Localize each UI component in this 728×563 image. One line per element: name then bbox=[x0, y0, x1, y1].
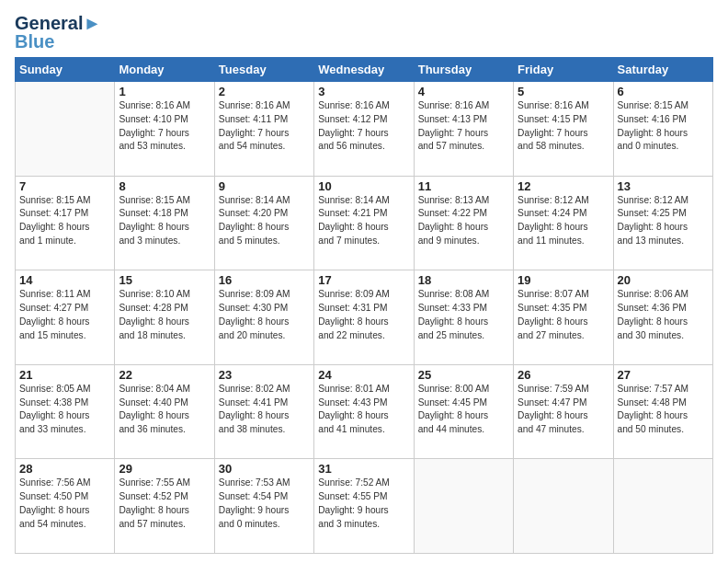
day-number: 7 bbox=[19, 179, 110, 193]
day-info: Sunrise: 8:00 AMSunset: 4:45 PMDaylight:… bbox=[418, 383, 509, 437]
calendar-cell: 18Sunrise: 8:08 AMSunset: 4:33 PMDayligh… bbox=[414, 270, 513, 365]
day-info: Sunrise: 8:15 AMSunset: 4:18 PMDaylight:… bbox=[119, 194, 210, 248]
day-info: Sunrise: 7:52 AMSunset: 4:55 PMDaylight:… bbox=[318, 477, 409, 531]
day-number: 8 bbox=[119, 179, 210, 193]
day-info: Sunrise: 8:10 AMSunset: 4:28 PMDaylight:… bbox=[119, 288, 210, 342]
calendar-cell: 24Sunrise: 8:01 AMSunset: 4:43 PMDayligh… bbox=[314, 364, 414, 459]
header: General► Blue bbox=[15, 9, 713, 52]
day-info: Sunrise: 8:09 AMSunset: 4:30 PMDaylight:… bbox=[219, 288, 310, 342]
week-row-2: 14Sunrise: 8:11 AMSunset: 4:27 PMDayligh… bbox=[16, 270, 713, 365]
day-number: 13 bbox=[618, 179, 709, 193]
day-number: 18 bbox=[418, 273, 509, 287]
day-header-monday: Monday bbox=[115, 58, 214, 82]
calendar-cell: 15Sunrise: 8:10 AMSunset: 4:28 PMDayligh… bbox=[115, 270, 214, 365]
day-number: 11 bbox=[418, 179, 509, 193]
calendar-cell: 1Sunrise: 8:16 AMSunset: 4:10 PMDaylight… bbox=[115, 82, 214, 177]
day-info: Sunrise: 8:16 AMSunset: 4:11 PMDaylight:… bbox=[219, 99, 310, 154]
day-header-saturday: Saturday bbox=[613, 58, 712, 82]
calendar-cell: 12Sunrise: 8:12 AMSunset: 4:24 PMDayligh… bbox=[514, 176, 613, 270]
week-row-4: 28Sunrise: 7:56 AMSunset: 4:50 PMDayligh… bbox=[16, 459, 713, 554]
day-number: 1 bbox=[119, 85, 210, 98]
day-number: 9 bbox=[219, 179, 310, 193]
calendar-cell bbox=[514, 459, 613, 554]
calendar-cell: 6Sunrise: 8:15 AMSunset: 4:16 PMDaylight… bbox=[613, 82, 712, 177]
day-info: Sunrise: 8:07 AMSunset: 4:35 PMDaylight:… bbox=[518, 288, 609, 342]
calendar-cell: 28Sunrise: 7:56 AMSunset: 4:50 PMDayligh… bbox=[16, 459, 115, 554]
day-number: 25 bbox=[418, 368, 509, 382]
day-info: Sunrise: 8:08 AMSunset: 4:33 PMDaylight:… bbox=[418, 288, 509, 342]
day-number: 10 bbox=[318, 179, 409, 193]
calendar-cell: 14Sunrise: 8:11 AMSunset: 4:27 PMDayligh… bbox=[16, 270, 115, 365]
day-number: 5 bbox=[518, 85, 609, 98]
day-number: 4 bbox=[418, 85, 509, 98]
week-row-3: 21Sunrise: 8:05 AMSunset: 4:38 PMDayligh… bbox=[16, 364, 713, 459]
day-info: Sunrise: 7:57 AMSunset: 4:48 PMDaylight:… bbox=[618, 383, 709, 437]
logo-text2: Blue bbox=[15, 31, 101, 52]
calendar-cell: 8Sunrise: 8:15 AMSunset: 4:18 PMDaylight… bbox=[115, 176, 214, 270]
day-number: 17 bbox=[318, 273, 409, 287]
calendar-cell: 20Sunrise: 8:06 AMSunset: 4:36 PMDayligh… bbox=[613, 270, 712, 365]
calendar-cell bbox=[613, 459, 712, 554]
day-info: Sunrise: 8:16 AMSunset: 4:15 PMDaylight:… bbox=[518, 99, 609, 154]
logo: General► Blue bbox=[15, 13, 101, 52]
day-info: Sunrise: 8:15 AMSunset: 4:16 PMDaylight:… bbox=[618, 99, 709, 154]
calendar-cell: 16Sunrise: 8:09 AMSunset: 4:30 PMDayligh… bbox=[214, 270, 313, 365]
day-info: Sunrise: 8:16 AMSunset: 4:10 PMDaylight:… bbox=[119, 99, 210, 154]
day-info: Sunrise: 7:53 AMSunset: 4:54 PMDaylight:… bbox=[219, 477, 310, 531]
day-info: Sunrise: 8:02 AMSunset: 4:41 PMDaylight:… bbox=[219, 383, 310, 437]
calendar-cell: 7Sunrise: 8:15 AMSunset: 4:17 PMDaylight… bbox=[16, 176, 115, 270]
calendar-cell: 10Sunrise: 8:14 AMSunset: 4:21 PMDayligh… bbox=[314, 176, 414, 270]
day-header-friday: Friday bbox=[514, 58, 613, 82]
calendar-cell: 17Sunrise: 8:09 AMSunset: 4:31 PMDayligh… bbox=[314, 270, 414, 365]
day-info: Sunrise: 8:13 AMSunset: 4:22 PMDaylight:… bbox=[418, 194, 509, 248]
day-number: 27 bbox=[618, 368, 709, 382]
calendar-cell: 29Sunrise: 7:55 AMSunset: 4:52 PMDayligh… bbox=[115, 459, 214, 554]
calendar-table: SundayMondayTuesdayWednesdayThursdayFrid… bbox=[15, 57, 713, 554]
day-number: 6 bbox=[618, 85, 709, 98]
day-info: Sunrise: 8:12 AMSunset: 4:25 PMDaylight:… bbox=[618, 194, 709, 248]
calendar-cell: 2Sunrise: 8:16 AMSunset: 4:11 PMDaylight… bbox=[214, 82, 313, 177]
calendar-cell bbox=[16, 82, 115, 177]
calendar-cell: 22Sunrise: 8:04 AMSunset: 4:40 PMDayligh… bbox=[115, 364, 214, 459]
day-info: Sunrise: 8:06 AMSunset: 4:36 PMDaylight:… bbox=[618, 288, 709, 342]
day-info: Sunrise: 8:11 AMSunset: 4:27 PMDaylight:… bbox=[19, 288, 110, 342]
day-number: 29 bbox=[119, 462, 210, 476]
day-number: 20 bbox=[618, 273, 709, 287]
day-header-tuesday: Tuesday bbox=[214, 58, 313, 82]
calendar-cell: 13Sunrise: 8:12 AMSunset: 4:25 PMDayligh… bbox=[613, 176, 712, 270]
calendar-cell: 3Sunrise: 8:16 AMSunset: 4:12 PMDaylight… bbox=[314, 82, 414, 177]
day-info: Sunrise: 8:16 AMSunset: 4:13 PMDaylight:… bbox=[418, 99, 509, 154]
calendar-cell: 30Sunrise: 7:53 AMSunset: 4:54 PMDayligh… bbox=[214, 459, 313, 554]
day-number: 16 bbox=[219, 273, 310, 287]
day-info: Sunrise: 8:05 AMSunset: 4:38 PMDaylight:… bbox=[19, 383, 110, 437]
day-number: 31 bbox=[318, 462, 409, 476]
day-number: 30 bbox=[219, 462, 310, 476]
day-info: Sunrise: 8:04 AMSunset: 4:40 PMDaylight:… bbox=[119, 383, 210, 437]
calendar-body: 1Sunrise: 8:16 AMSunset: 4:10 PMDaylight… bbox=[16, 82, 713, 554]
calendar-cell: 11Sunrise: 8:13 AMSunset: 4:22 PMDayligh… bbox=[414, 176, 513, 270]
day-header-thursday: Thursday bbox=[414, 58, 513, 82]
day-number: 21 bbox=[19, 368, 110, 382]
day-number: 2 bbox=[219, 85, 310, 98]
day-number: 15 bbox=[119, 273, 210, 287]
calendar-cell: 26Sunrise: 7:59 AMSunset: 4:47 PMDayligh… bbox=[514, 364, 613, 459]
day-number: 23 bbox=[219, 368, 310, 382]
day-number: 22 bbox=[119, 368, 210, 382]
calendar-cell: 5Sunrise: 8:16 AMSunset: 4:15 PMDaylight… bbox=[514, 82, 613, 177]
calendar-cell: 19Sunrise: 8:07 AMSunset: 4:35 PMDayligh… bbox=[514, 270, 613, 365]
calendar-cell bbox=[414, 459, 513, 554]
day-info: Sunrise: 7:56 AMSunset: 4:50 PMDaylight:… bbox=[19, 477, 110, 531]
day-info: Sunrise: 7:59 AMSunset: 4:47 PMDaylight:… bbox=[518, 383, 609, 437]
day-number: 19 bbox=[518, 273, 609, 287]
day-number: 12 bbox=[518, 179, 609, 193]
day-info: Sunrise: 8:16 AMSunset: 4:12 PMDaylight:… bbox=[318, 99, 409, 154]
calendar-cell: 4Sunrise: 8:16 AMSunset: 4:13 PMDaylight… bbox=[414, 82, 513, 177]
day-number: 26 bbox=[518, 368, 609, 382]
calendar-cell: 31Sunrise: 7:52 AMSunset: 4:55 PMDayligh… bbox=[314, 459, 414, 554]
day-info: Sunrise: 8:14 AMSunset: 4:20 PMDaylight:… bbox=[219, 194, 310, 248]
day-number: 28 bbox=[19, 462, 110, 476]
day-info: Sunrise: 8:01 AMSunset: 4:43 PMDaylight:… bbox=[318, 383, 409, 437]
logo-text: General► bbox=[15, 13, 101, 33]
day-info: Sunrise: 7:55 AMSunset: 4:52 PMDaylight:… bbox=[119, 477, 210, 531]
day-number: 14 bbox=[19, 273, 110, 287]
